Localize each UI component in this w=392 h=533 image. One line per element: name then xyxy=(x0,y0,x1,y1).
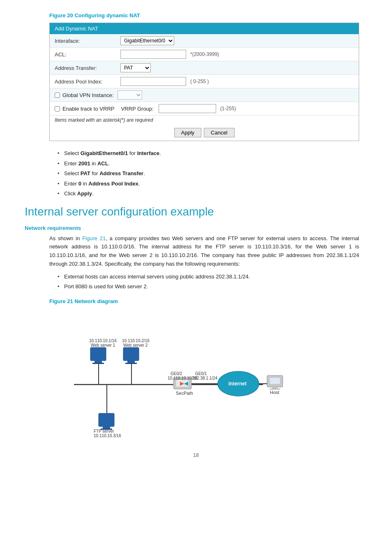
svg-text:GE0/1: GE0/1 xyxy=(195,371,207,376)
vrrp-checkbox[interactable] xyxy=(55,106,60,111)
bold-text: Apply xyxy=(77,190,92,197)
apply-button[interactable]: Apply xyxy=(174,128,202,137)
figure20-bullets: Select GigabitEthernet0/1 for Interface.… xyxy=(58,149,367,198)
svg-text:SecPath: SecPath xyxy=(176,391,193,396)
pool-index-input[interactable] xyxy=(120,77,186,86)
pool-index-control: ( 0-255 ) xyxy=(120,77,209,86)
diagram-wrapper: 10.110.10.1/16 Web server 1 10.110.10.2/… xyxy=(49,308,312,440)
figure21-link[interactable]: Figure 21 xyxy=(82,235,106,241)
svg-text:202.38.1.1/24: 202.38.1.1/24 xyxy=(192,376,218,380)
vrrp-row: Enable track to VRRP VRRP Group: (1-255) xyxy=(50,102,359,116)
network-requirements-bullets: External hosts can access internal serve… xyxy=(58,273,367,291)
address-transfer-row: Address Transfer: PAT NO-PAT xyxy=(50,61,359,75)
acl-input[interactable] xyxy=(120,50,186,59)
list-item: Enter 2001 in ACL. xyxy=(58,160,367,168)
svg-rect-29 xyxy=(270,389,280,389)
page-number: 18 xyxy=(25,452,367,458)
address-transfer-control: PAT NO-PAT xyxy=(120,63,151,72)
pool-index-row: Address Pool Index: ( 0-255 ) xyxy=(50,75,359,88)
network-requirements-paragraph: As shown in Figure 21, a company provide… xyxy=(49,234,359,269)
network-diagram-svg: 10.110.10.1/16 Web server 1 10.110.10.2/… xyxy=(49,308,312,440)
global-vpn-select[interactable] xyxy=(118,90,142,100)
address-transfer-select[interactable]: PAT NO-PAT xyxy=(120,63,151,72)
acl-control: *(2000-3999) xyxy=(120,50,219,59)
interface-control: GigabitEthernet0/0 GigabitEthernet0/1 xyxy=(120,36,174,45)
interface-label: Interaface: xyxy=(55,38,120,44)
global-vpn-label: Global VPN Instance: xyxy=(62,92,113,98)
bold-text: Address Pool Index xyxy=(88,181,138,187)
form-button-row: Apply Cancel xyxy=(50,125,359,141)
figure20-caption: Figure 20 Configuring dynamic NAT xyxy=(49,12,367,19)
address-transfer-label: Address Transfer: xyxy=(55,65,120,71)
bold-text: ACL xyxy=(97,160,108,167)
bold-text: 0 xyxy=(78,181,81,187)
nat-form-wrapper: Add Dynamic NAT Interaface: GigabitEther… xyxy=(49,23,359,141)
svg-text:10.110.10.1/16: 10.110.10.1/16 xyxy=(89,338,117,343)
network-requirements-section: Network requirements As shown in Figure … xyxy=(25,225,367,291)
svg-text:Host: Host xyxy=(270,390,279,395)
global-vpn-row: Global VPN Instance: xyxy=(50,88,359,102)
pool-index-label: Address Pool Index: xyxy=(55,79,120,85)
asterisk-note: Items marked with an asterisk(*) are req… xyxy=(50,116,359,125)
list-item: Port 8080 is used for Web server 2. xyxy=(58,283,367,291)
acl-row: ACL: *(2000-3999) xyxy=(50,48,359,61)
bold-text: 2001 xyxy=(78,160,90,167)
svg-text:GE0/2: GE0/2 xyxy=(171,371,182,376)
list-item: Click Apply. xyxy=(58,190,367,198)
interface-row: Interaface: GigabitEthernet0/0 GigabitEt… xyxy=(50,34,359,48)
svg-text:FTP server: FTP server xyxy=(94,429,114,433)
svg-rect-4 xyxy=(90,348,106,361)
acl-hint: *(2000-3999) xyxy=(190,51,219,57)
list-item: Select PAT for Address Transfer. xyxy=(58,169,367,178)
svg-text:10.110.10.2/16: 10.110.10.2/16 xyxy=(122,338,150,343)
vrrp-label: Enable track to VRRP xyxy=(62,106,114,112)
cancel-button[interactable]: Cancel xyxy=(204,128,234,137)
svg-rect-6 xyxy=(92,363,104,364)
svg-text:10.110.10.3/16: 10.110.10.3/16 xyxy=(94,433,121,438)
nat-form-body: Interaface: GigabitEthernet0/0 GigabitEt… xyxy=(50,34,359,141)
vrrp-group-input[interactable] xyxy=(159,104,216,113)
svg-rect-9 xyxy=(125,363,137,364)
vrrp-group-label: VRRP Group: xyxy=(121,106,153,112)
figure21-caption: Figure 21 Network diagram xyxy=(49,298,367,304)
section-heading: Internal server configuration example xyxy=(25,205,367,218)
svg-rect-28 xyxy=(272,387,278,389)
global-vpn-checkbox[interactable] xyxy=(55,93,60,98)
svg-text:Internet: Internet xyxy=(228,381,247,387)
nat-form-header: Add Dynamic NAT xyxy=(50,23,359,34)
svg-rect-32 xyxy=(99,413,114,426)
svg-rect-7 xyxy=(123,348,139,361)
svg-rect-8 xyxy=(127,361,135,363)
svg-rect-33 xyxy=(103,426,110,429)
svg-rect-5 xyxy=(95,361,102,363)
list-item: External hosts can access internal serve… xyxy=(58,273,367,281)
bold-text: PAT xyxy=(81,170,90,176)
pool-index-hint: ( 0-255 ) xyxy=(190,79,209,84)
interface-select[interactable]: GigabitEthernet0/0 GigabitEthernet0/1 xyxy=(120,36,174,45)
list-item: Enter 0 in Address Pool Index. xyxy=(58,180,367,188)
acl-label: ACL: xyxy=(55,51,120,58)
list-item: Select GigabitEthernet0/1 for Interface. xyxy=(58,149,367,158)
bold-text: Interface xyxy=(137,150,159,156)
svg-rect-27 xyxy=(270,378,280,384)
svg-text:Web server 1: Web server 1 xyxy=(91,343,115,348)
network-requirements-heading: Network requirements xyxy=(25,225,367,231)
svg-text:Web server 2: Web server 2 xyxy=(123,343,148,348)
vrrp-group-hint: (1-255) xyxy=(220,106,236,111)
bold-text: Address Transfer xyxy=(99,170,143,176)
bold-text: GigabitEthernet0/1 xyxy=(81,150,128,156)
